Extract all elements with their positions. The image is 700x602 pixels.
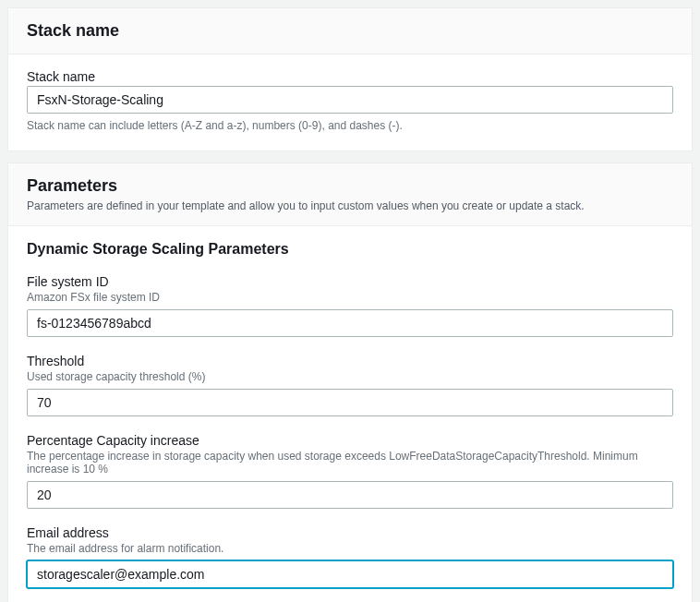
- capacity-increase-label: Percentage Capacity increase: [27, 433, 673, 448]
- file-system-id-input[interactable]: [27, 309, 673, 337]
- email-label: Email address: [27, 525, 673, 540]
- file-system-id-label: File system ID: [27, 274, 673, 289]
- threshold-input[interactable]: [27, 389, 673, 416]
- stack-name-panel: Stack name Stack name Stack name can inc…: [7, 7, 693, 151]
- stack-name-input[interactable]: [27, 86, 673, 114]
- stack-name-label: Stack name: [27, 69, 673, 84]
- email-field: Email address The email address for alar…: [27, 525, 673, 588]
- stack-name-body: Stack name Stack name can include letter…: [8, 54, 692, 150]
- parameters-title: Parameters: [27, 176, 673, 196]
- parameters-body: Dynamic Storage Scaling Parameters File …: [8, 226, 692, 602]
- capacity-increase-input[interactable]: [27, 481, 673, 509]
- threshold-desc: Used storage capacity threshold (%): [27, 370, 673, 383]
- parameters-section-title: Dynamic Storage Scaling Parameters: [27, 241, 673, 258]
- file-system-id-desc: Amazon FSx file system ID: [27, 291, 673, 304]
- stack-name-title: Stack name: [27, 21, 673, 41]
- parameters-panel: Parameters Parameters are defined in you…: [7, 163, 693, 602]
- parameters-sub: Parameters are defined in your template …: [27, 199, 673, 212]
- stack-name-field: Stack name Stack name can include letter…: [27, 69, 673, 132]
- stack-name-header: Stack name: [8, 8, 692, 54]
- capacity-increase-desc: The percentage increase in storage capac…: [27, 450, 673, 476]
- threshold-label: Threshold: [27, 354, 673, 368]
- capacity-increase-field: Percentage Capacity increase The percent…: [27, 433, 673, 509]
- threshold-field: Threshold Used storage capacity threshol…: [27, 354, 673, 416]
- stack-name-hint: Stack name can include letters (A-Z and …: [27, 119, 673, 132]
- file-system-id-field: File system ID Amazon FSx file system ID: [27, 274, 673, 337]
- email-input[interactable]: [27, 560, 673, 588]
- email-desc: The email address for alarm notification…: [27, 542, 673, 555]
- parameters-header: Parameters Parameters are defined in you…: [8, 163, 692, 226]
